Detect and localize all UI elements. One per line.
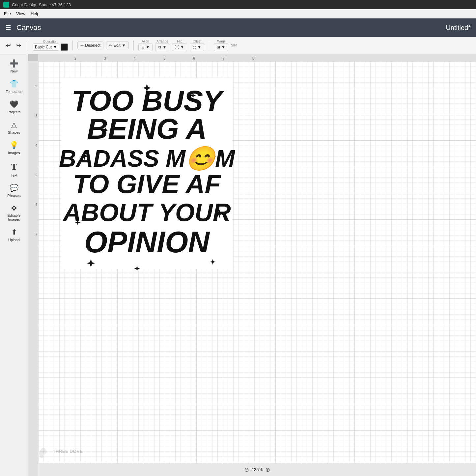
title-bar: Cricut Design Space v7.36.123 [0,0,476,9]
sidebar-label-templates: Templates [6,90,22,94]
menu-view[interactable]: View [16,11,25,16]
sidebar-item-text[interactable]: T Text [1,159,27,180]
zoom-in-button[interactable]: ⊕ [265,466,270,473]
zoom-out-button[interactable]: ⊖ [244,466,249,473]
undo-button[interactable]: ↩ [4,41,13,50]
separator-4 [209,41,209,50]
operation-section: Operation Basic Cut ▼ [33,40,68,51]
offset-button[interactable]: ◎ ▼ [190,43,204,51]
watermark-logo [35,443,51,460]
canvas-area[interactable]: 2 3 4 5 6 7 8 2 3 4 5 6 7 [28,54,476,476]
sidebar-label-editable-images: Editable Images [3,213,26,221]
undo-redo-group: ↩ ↪ [4,41,23,50]
upload-icon: ⬆ [11,228,17,237]
flip-dropdown-icon: ▼ [180,45,184,49]
separator-3 [133,41,134,50]
sidebar-item-upload[interactable]: ⬆ Upload [1,225,27,244]
sidebar-item-phrases[interactable]: 💬 Phrases [1,181,27,200]
text-line-3: BADASS M😊M [59,145,236,173]
document-title: Untitled* [446,24,471,32]
warp-label: Warp [217,40,225,43]
edit-dropdown-icon: ▼ [122,43,126,48]
text-line-6: OPINION [84,226,210,259]
ruler-h-2: 2 [74,57,76,60]
color-swatch[interactable] [61,43,68,51]
flip-label: Flip [177,40,182,43]
sidebar-item-templates[interactable]: 👕 Templates [1,77,27,96]
align-section: Align ⊟ ▼ [138,40,153,51]
offset-icon: ◎ [193,45,196,49]
hamburger-menu[interactable]: ☰ [5,24,11,32]
text-line-2: BEING A [87,112,207,145]
sidebar-label-shapes: Shapes [8,130,20,134]
deselect-icon: ⊹ [80,43,84,48]
main-layout: ➕ New 👕 Templates 🖤 Projects △ Shapes 💡 … [0,54,476,476]
ruler-v-2: 2 [35,84,37,88]
operation-label: Operation [43,40,58,43]
shapes-icon: △ [11,121,17,129]
bottom-bar: ⊖ 125% ⊕ [38,463,476,476]
operation-value: Basic Cut [35,45,52,49]
deselect-label: Deselect [85,43,100,48]
warp-section: Warp ⊞ ▼ [214,40,228,51]
sidebar-label-upload: Upload [8,238,20,242]
flip-section: Flip ⛶ ▼ [172,40,187,51]
editable-images-icon: ✤ [11,204,17,212]
sidebar-item-projects[interactable]: 🖤 Projects [1,98,27,117]
ruler-v-6: 6 [35,203,37,207]
ruler-h-5: 5 [163,57,165,60]
offset-dropdown-icon: ▼ [197,45,201,49]
sidebar-label-projects: Projects [8,110,21,114]
design-svg-container[interactable]: .wavy-svg-text { font-family: 'Arial Rou… [58,74,236,272]
grid-canvas[interactable]: .wavy-svg-text { font-family: 'Arial Rou… [38,61,476,463]
canvas-label: Canvas [16,23,41,32]
menu-file[interactable]: File [4,11,11,16]
templates-icon: 👕 [10,80,18,88]
menu-help[interactable]: Help [31,11,40,16]
align-icon: ⊟ [141,45,145,49]
ruler-h-6: 6 [193,57,195,60]
edit-section: ✏ Edit ▼ [106,42,129,49]
text-icon: T [11,161,17,172]
sidebar-item-images[interactable]: 💡 Images [1,138,27,157]
dropdown-arrow-icon: ▼ [53,45,57,49]
deselect-section: ⊹ Deselect [77,42,103,49]
ruler-h-3: 3 [104,57,106,60]
ruler-h-7: 7 [223,57,225,60]
new-icon: ➕ [10,59,18,68]
ruler-v-3: 3 [35,114,37,118]
arrange-icon: ⧉ [158,45,161,49]
left-sidebar: ➕ New 👕 Templates 🖤 Projects △ Shapes 💡 … [0,54,28,476]
images-icon: 💡 [10,141,18,150]
align-button[interactable]: ⊟ ▼ [138,43,153,51]
ruler-horizontal: 2 3 4 5 6 7 8 [38,54,476,61]
sidebar-item-shapes[interactable]: △ Shapes [1,118,27,137]
offset-section: Offset ◎ ▼ [190,40,204,51]
app-title: Cricut Design Space v7.36.123 [12,2,71,7]
sidebar-label-new: New [10,69,17,73]
arrange-button[interactable]: ⧉ ▼ [155,43,169,51]
text-line-5: ABOUT YOUR [62,198,231,226]
watermark: THREE DOVE [35,443,83,460]
text-line-4: TO GIVE AF [73,169,222,199]
design-svg: .wavy-svg-text { font-family: 'Arial Rou… [58,74,236,272]
ruler-v-4: 4 [35,144,37,147]
warp-button[interactable]: ⊞ ▼ [214,43,228,51]
ruler-v-5: 5 [35,173,37,177]
header-bar: ☰ Canvas Untitled* [0,18,476,37]
operation-dropdown[interactable]: Basic Cut ▼ [33,43,59,51]
edit-icon: ✏ [109,43,112,48]
sidebar-item-new[interactable]: ➕ New [1,57,27,76]
deselect-button[interactable]: ⊹ Deselect [77,42,103,49]
phrases-icon: 💬 [10,184,18,192]
offset-label: Offset [193,40,202,43]
edit-button[interactable]: ✏ Edit ▼ [106,42,129,49]
sidebar-label-phrases: Phrases [7,194,20,198]
size-section: Size [231,43,237,47]
projects-icon: 🖤 [10,100,18,109]
arrange-section: Arrange ⧉ ▼ [155,40,169,51]
sidebar-item-editable-images[interactable]: ✤ Editable Images [1,202,27,224]
redo-button[interactable]: ↪ [14,41,23,50]
ruler-h-4: 4 [134,57,136,60]
flip-button[interactable]: ⛶ ▼ [172,43,187,51]
